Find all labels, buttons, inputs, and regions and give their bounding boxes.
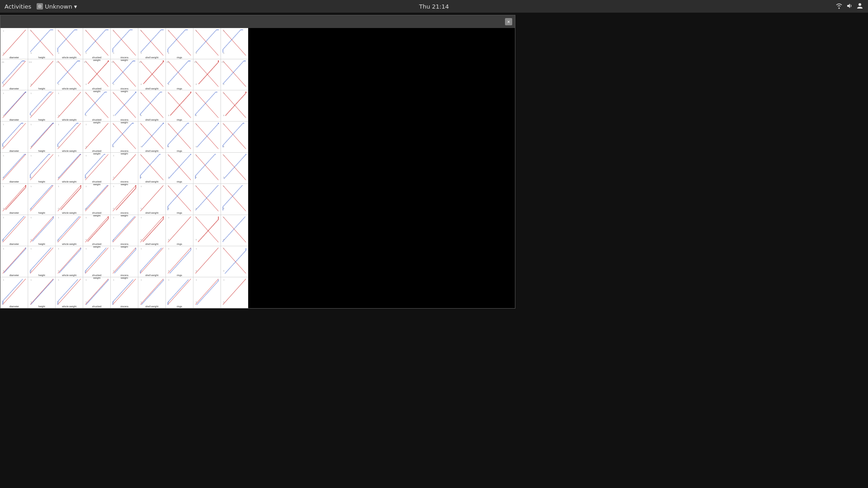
svg-point-3 — [859, 3, 861, 6]
topbar-clock: Thu 21:14 — [419, 3, 449, 10]
svg-point-0 — [38, 4, 42, 9]
app-name-label: Unknown — [45, 3, 72, 10]
right-panel — [248, 28, 515, 308]
volume-icon — [846, 3, 853, 10]
app-icon — [37, 3, 43, 9]
wifi-icon — [835, 3, 843, 10]
window-titlebar: × — [0, 15, 515, 28]
scatter-plot-window: × — [0, 15, 515, 309]
app-indicator[interactable]: Unknown ▾ — [37, 3, 77, 10]
topbar-right — [835, 3, 863, 10]
close-button[interactable]: × — [505, 18, 512, 25]
topbar: Activities Unknown ▾ Thu 21:14 — [0, 0, 868, 13]
scatter-matrix-panel — [0, 28, 248, 308]
chevron-down-icon: ▾ — [74, 3, 77, 10]
svg-point-1 — [839, 7, 840, 9]
user-icon — [856, 3, 863, 10]
main-area: × — [0, 13, 868, 488]
activities-button[interactable]: Activities — [5, 3, 31, 10]
topbar-left: Activities Unknown ▾ — [5, 3, 77, 10]
svg-marker-2 — [847, 4, 850, 8]
window-content — [0, 28, 515, 308]
